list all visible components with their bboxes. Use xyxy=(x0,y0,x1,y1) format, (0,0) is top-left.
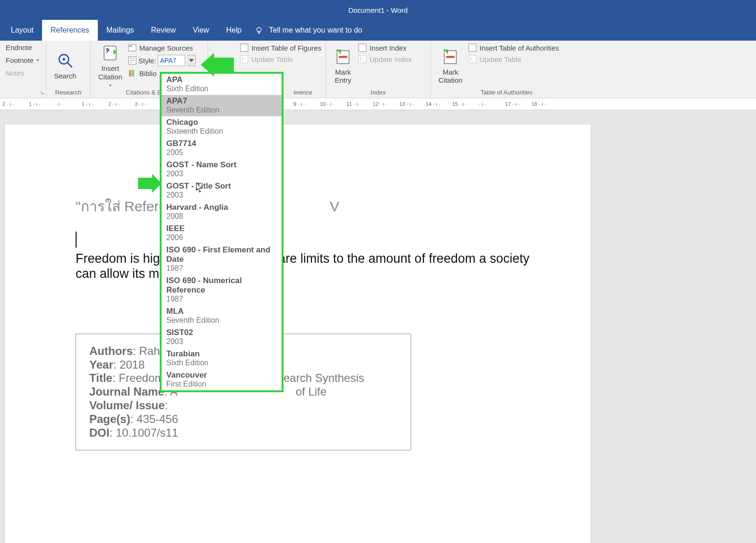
ruler-tick: 13 · ı · xyxy=(399,101,426,107)
annotation-arrow-icon xyxy=(138,174,162,193)
manage-sources-button[interactable]: Manage Sources xyxy=(128,43,196,52)
mark-entry-button[interactable]: + Mark Entry xyxy=(330,43,356,89)
text-cursor xyxy=(76,232,534,248)
citation-style-dropdown-button[interactable] xyxy=(187,55,196,66)
svg-text:!: ! xyxy=(242,56,243,62)
svg-text:+: + xyxy=(336,49,339,54)
body-paragraph[interactable]: Freedom is highly valued, but there are … xyxy=(76,251,534,282)
manage-sources-icon xyxy=(128,43,137,52)
ruler-tick: 15 · ı · xyxy=(452,101,479,107)
svg-rect-6 xyxy=(129,45,132,47)
citation-style-dropdown[interactable]: APASixth EditionAPA7Seventh EditionChica… xyxy=(160,72,284,392)
bibliography-icon xyxy=(128,69,137,78)
insert-index-icon xyxy=(358,43,367,52)
svg-rect-8 xyxy=(129,70,131,77)
style-option-gb7714[interactable]: GB77142005 xyxy=(162,138,282,159)
horizontal-ruler[interactable]: 2 · ı · 1 · ı · · ı · 1 · ı · 2 · ı · 3 … xyxy=(0,98,756,110)
update-index-button[interactable]: ! Update Index xyxy=(358,55,412,63)
style-option-iso-690-first-element-and-date[interactable]: ISO 690 - First Element and Date1987 xyxy=(162,244,282,275)
ruler-tick: · ı · xyxy=(479,101,505,107)
ruler-tick: 17 · ı · xyxy=(505,101,532,107)
style-option-chicago[interactable]: ChicagoSixteenth Edition xyxy=(162,116,282,138)
style-option-harvard-anglia[interactable]: Harvard - Anglia2008 xyxy=(162,201,282,223)
tab-references[interactable]: References xyxy=(42,20,98,41)
update-icon: ! xyxy=(240,55,249,63)
svg-text:!: ! xyxy=(470,56,472,62)
update-icon: ! xyxy=(468,55,477,63)
svg-rect-9 xyxy=(132,70,134,77)
style-option-apa[interactable]: APASixth Edition xyxy=(162,74,282,95)
svg-point-0 xyxy=(257,27,261,32)
chevron-down-icon: ▾ xyxy=(109,83,112,88)
update-icon: ! xyxy=(358,55,367,63)
tell-me-search[interactable]: Tell me what you want to do xyxy=(255,20,362,41)
tab-view[interactable]: View xyxy=(184,20,217,41)
table-figures-icon xyxy=(240,43,249,52)
ruler-tick: 2 · ı · xyxy=(108,101,135,107)
title-bar: Document1 - Word xyxy=(0,0,756,20)
citation-style-input[interactable] xyxy=(158,55,185,66)
style-option-sist02[interactable]: SIST022003 xyxy=(162,327,282,348)
tab-help[interactable]: Help xyxy=(217,20,250,41)
tab-mailings[interactable]: Mailings xyxy=(98,20,143,41)
update-toa-button[interactable]: ! Update Table xyxy=(468,55,559,63)
chevron-down-icon xyxy=(189,59,194,62)
style-option-gost-name-sort[interactable]: GOST - Name Sort2003 xyxy=(162,159,282,180)
ruler-tick: 1 · ı · xyxy=(29,101,55,107)
svg-point-3 xyxy=(62,58,65,60)
style-option-iso-690-numerical-reference[interactable]: ISO 690 - Numerical Reference1987 xyxy=(162,275,282,305)
insert-index-button[interactable]: Insert Index xyxy=(358,43,412,52)
svg-rect-16 xyxy=(359,44,366,52)
ruler-tick: 2 · ı · xyxy=(2,101,29,107)
style-option-mla[interactable]: MLASeventh Edition xyxy=(162,305,282,327)
style-option-apa7[interactable]: APA7Seventh Edition xyxy=(162,95,282,116)
svg-text:!: ! xyxy=(360,56,361,62)
show-notes-button[interactable]: Notes xyxy=(6,69,39,77)
insert-table-figures-button[interactable]: Insert Table of Figures xyxy=(240,43,321,52)
insert-toa-button[interactable]: Insert Table of Authorities xyxy=(468,43,559,52)
svg-text:+: + xyxy=(444,49,447,54)
ribbon: Endnote Footnote▾ Notes ↘ Search Researc… xyxy=(0,41,756,98)
ruler-tick: 11 · ı · xyxy=(346,101,373,107)
group-index: + Mark Entry Insert Index ! Update Index… xyxy=(326,41,431,98)
insert-footnote-button[interactable]: Footnote▾ xyxy=(6,56,39,64)
search-button[interactable]: Search xyxy=(50,43,80,89)
ruler-tick: 1 · ı · xyxy=(82,101,108,107)
document-area[interactable]: "การใส่ Reference V Freedom is highly va… xyxy=(0,110,756,543)
insert-endnote-button[interactable]: Endnote xyxy=(6,43,39,52)
style-option-turabian[interactable]: TurabianSixth Edition xyxy=(162,348,282,369)
insert-citation-button[interactable]: Insert Citation ▾ xyxy=(94,43,126,89)
dialog-launcher-icon[interactable]: ↘ xyxy=(40,90,44,96)
style-option-gost-title-sort[interactable]: GOST - Title Sort2003 xyxy=(162,180,282,201)
page: "การใส่ Reference V Freedom is highly va… xyxy=(5,124,591,543)
ribbon-tabs: Layout References Mailings Review View H… xyxy=(0,20,756,41)
ruler-tick: 9 · ı · xyxy=(293,101,320,107)
mark-citation-icon: + xyxy=(441,47,460,66)
svg-rect-10 xyxy=(241,44,248,52)
update-table-figures-button[interactable]: ! Update Table xyxy=(240,55,321,63)
citation-style-row: Style: xyxy=(128,55,196,66)
mark-citation-button[interactable]: + Mark Citation xyxy=(435,43,466,89)
style-icon xyxy=(128,56,137,65)
insert-citation-icon xyxy=(101,43,120,62)
search-icon xyxy=(56,51,75,70)
ruler-tick: · ı · xyxy=(55,101,82,107)
mark-entry-icon: + xyxy=(334,47,352,66)
lightbulb-icon xyxy=(255,26,263,34)
annotation-arrow-icon xyxy=(201,53,234,77)
style-option-vancouver[interactable]: VancouverFirst Edition xyxy=(162,369,282,390)
page-heading: "การใส่ Reference V xyxy=(76,195,534,217)
group-footnotes: Endnote Footnote▾ Notes ↘ xyxy=(0,41,46,98)
svg-rect-22 xyxy=(469,44,476,52)
style-option-ieee[interactable]: IEEE2006 xyxy=(162,223,282,244)
tab-review[interactable]: Review xyxy=(143,20,184,41)
svg-rect-14 xyxy=(339,56,347,58)
ruler-tick: 14 · ı · xyxy=(426,101,452,107)
ruler-tick: 10 · ı · xyxy=(320,101,346,107)
mouse-cursor-icon xyxy=(196,182,204,195)
tab-layout[interactable]: Layout xyxy=(2,20,42,41)
group-toa: + Mark Citation Insert Table of Authorit… xyxy=(431,41,582,98)
window-title: Document1 - Word xyxy=(348,6,408,14)
ruler-tick: 12 · ı · xyxy=(373,101,399,107)
group-research: Search Research xyxy=(46,41,91,98)
